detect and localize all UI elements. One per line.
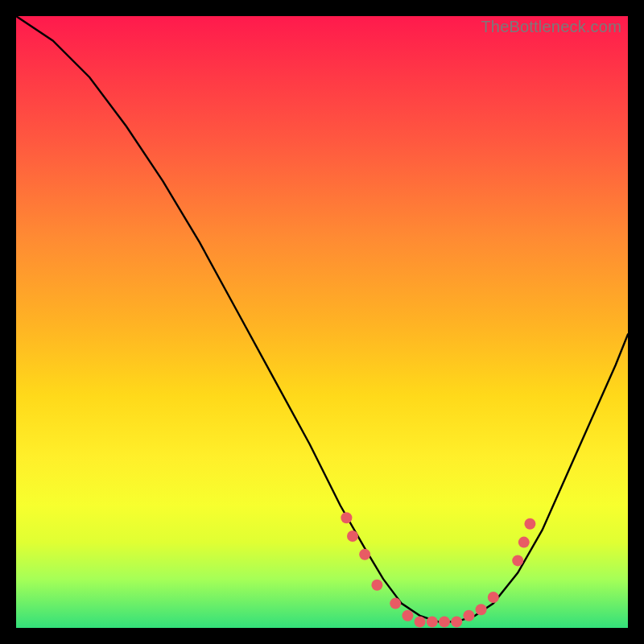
highlight-dot	[371, 580, 382, 591]
highlight-dots	[341, 512, 535, 627]
highlight-dot	[518, 537, 530, 548]
highlight-dot	[359, 549, 370, 560]
highlight-dot	[341, 512, 352, 523]
highlight-dot	[402, 610, 413, 621]
watermark-text: TheBottleneck.com	[481, 18, 621, 36]
highlight-dot	[427, 616, 438, 627]
curve-layer	[16, 16, 628, 628]
chart-frame: TheBottleneck.com	[0, 0, 644, 644]
highlight-dot	[488, 592, 499, 603]
highlight-dot	[347, 530, 358, 542]
bottleneck-curve	[16, 16, 628, 621]
highlight-dot	[451, 616, 462, 627]
highlight-dot	[439, 616, 450, 627]
highlight-dot	[524, 518, 535, 530]
highlight-dot	[476, 604, 487, 615]
highlight-dot	[415, 616, 426, 627]
highlight-dot	[512, 555, 523, 566]
plot-area: TheBottleneck.com	[16, 16, 628, 628]
highlight-dot	[463, 610, 474, 621]
highlight-dot	[390, 598, 401, 609]
